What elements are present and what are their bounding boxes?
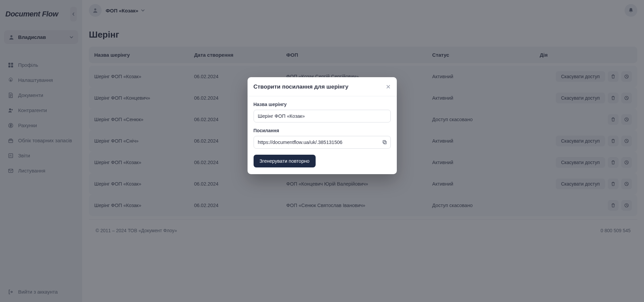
svg-rect-21: [383, 141, 385, 143]
sharing-name-label: Назва шерінгу: [254, 102, 391, 107]
modal-close-button[interactable]: ✕: [386, 83, 391, 91]
modal-body: Назва шерінгу Посилання Згенерувати повт…: [248, 96, 397, 174]
copy-link-button[interactable]: [382, 140, 387, 145]
sharing-link-row: [254, 136, 391, 149]
copy-icon: [382, 140, 387, 145]
close-icon: ✕: [386, 84, 391, 90]
modal-overlay[interactable]: Створити посилання для шерінгу ✕ Назва ш…: [0, 0, 644, 302]
regenerate-link-button[interactable]: Згенерувати повторно: [254, 155, 316, 167]
sharing-link-input[interactable]: [254, 136, 391, 149]
svg-rect-20: [384, 141, 386, 144]
modal-title: Створити посилання для шерінгу: [254, 84, 348, 90]
modal-header: Створити посилання для шерінгу ✕: [248, 77, 397, 96]
sharing-name-input[interactable]: [254, 110, 391, 122]
sharing-link-label: Посилання: [254, 128, 391, 133]
create-sharing-link-modal: Створити посилання для шерінгу ✕ Назва ш…: [248, 77, 397, 174]
